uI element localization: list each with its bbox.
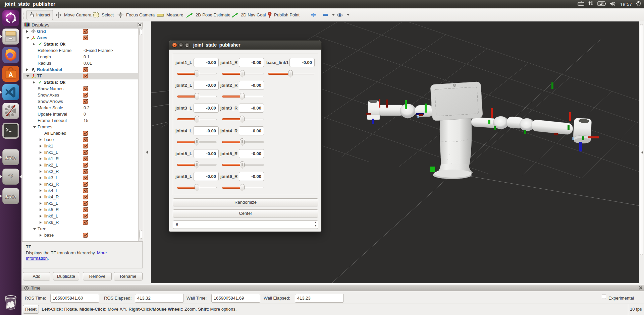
svg-text:?: ? bbox=[8, 172, 13, 182]
svg-text:li: li bbox=[417, 114, 419, 119]
svg-text:RViz: RViz bbox=[5, 194, 16, 200]
svg-text:li: li bbox=[572, 136, 574, 141]
svg-text:A: A bbox=[9, 71, 13, 78]
svg-text:R: R bbox=[376, 115, 379, 119]
svg-text:li: li bbox=[367, 115, 369, 119]
svg-text:RViz: RViz bbox=[5, 155, 16, 161]
